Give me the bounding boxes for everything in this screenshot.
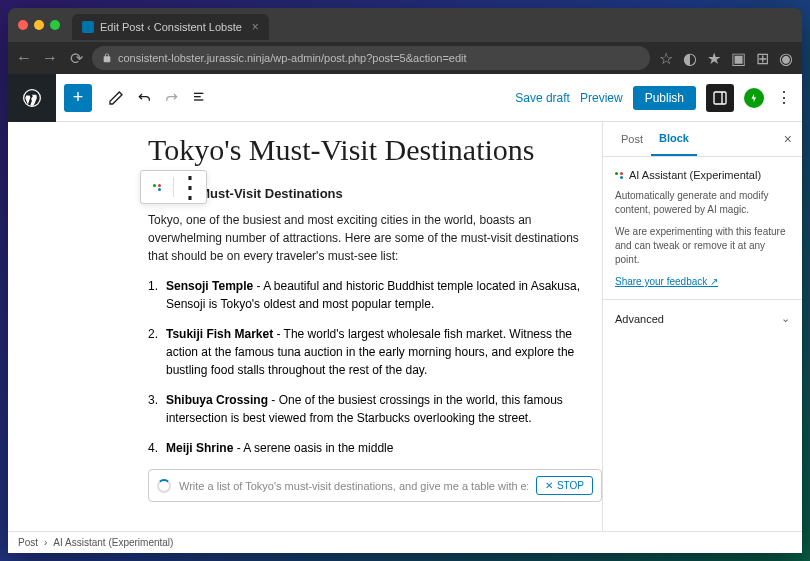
ai-block-icon[interactable] xyxy=(143,173,171,201)
address-bar[interactable]: consistent-lobster.jurassic.ninja/wp-adm… xyxy=(92,46,650,70)
window-controls xyxy=(18,20,60,30)
star-icon[interactable]: ☆ xyxy=(658,50,674,66)
maximize-window-icon[interactable] xyxy=(50,20,60,30)
lock-icon xyxy=(102,53,112,63)
undo-button[interactable] xyxy=(130,84,158,112)
wordpress-logo-button[interactable] xyxy=(8,74,56,122)
extension-icons: ☆ ◐ ★ ▣ ⊞ ◉ xyxy=(658,50,794,66)
document-overview-button[interactable] xyxy=(186,84,214,112)
list-item[interactable]: Tsukiji Fish Market - The world's larges… xyxy=(166,325,602,379)
feedback-link[interactable]: Share your feedback ↗ xyxy=(615,276,718,287)
post-title[interactable]: Tokyo's Must-Visit Destinations ⋮ xyxy=(148,132,602,168)
advanced-accordion[interactable]: Advanced ⌄ xyxy=(603,300,802,337)
block-more-button[interactable]: ⋮ xyxy=(176,173,204,201)
profile-icon[interactable]: ◉ xyxy=(778,50,794,66)
settings-sidebar-button[interactable] xyxy=(706,84,734,112)
svg-rect-3 xyxy=(194,99,203,100)
forward-button[interactable]: → xyxy=(42,50,58,66)
wordpress-favicon-icon xyxy=(82,21,94,33)
svg-rect-4 xyxy=(714,92,726,104)
intro-paragraph[interactable]: Tokyo, one of the busiest and most excit… xyxy=(148,211,602,265)
list-item[interactable]: Meiji Shrine - A serene oasis in the mid… xyxy=(166,439,602,457)
panel-note: We are experimenting with this feature a… xyxy=(615,225,790,267)
preview-button[interactable]: Preview xyxy=(580,91,623,105)
close-icon: ✕ xyxy=(545,480,553,491)
chevron-right-icon: › xyxy=(44,537,47,548)
minimize-window-icon[interactable] xyxy=(34,20,44,30)
page-content: + Save draft Preview Publish xyxy=(8,74,802,553)
svg-rect-1 xyxy=(194,92,203,93)
destinations-list[interactable]: Sensoji Temple - A beautiful and histori… xyxy=(166,277,602,457)
add-block-button[interactable]: + xyxy=(64,84,92,112)
block-toolbar: ⋮ xyxy=(140,170,207,204)
close-tab-icon[interactable]: × xyxy=(252,20,259,34)
redo-button[interactable] xyxy=(158,84,186,112)
jetpack-button[interactable] xyxy=(744,88,764,108)
extension-icon[interactable]: ⊞ xyxy=(754,50,770,66)
list-item[interactable]: Sensoji Temple - A beautiful and histori… xyxy=(166,277,602,313)
tab-post[interactable]: Post xyxy=(613,123,651,155)
editor-top-toolbar: + Save draft Preview Publish xyxy=(8,74,802,122)
breadcrumb-root[interactable]: Post xyxy=(18,537,38,548)
post-title-text: Tokyo's Must-Visit Destinations xyxy=(148,133,535,166)
ai-prompt-bar: ✕ STOP xyxy=(148,469,602,502)
jetpack-icon xyxy=(749,93,759,103)
ai-assistant-icon xyxy=(615,172,623,179)
tab-block[interactable]: Block xyxy=(651,122,697,156)
panel-description: Automatically generate and modify conten… xyxy=(615,189,790,217)
close-window-icon[interactable] xyxy=(18,20,28,30)
sidebar-tabs: Post Block × xyxy=(603,122,802,157)
url-text: consistent-lobster.jurassic.ninja/wp-adm… xyxy=(118,52,467,64)
browser-toolbar: ← → ⟳ consistent-lobster.jurassic.ninja/… xyxy=(8,42,802,74)
loading-spinner-icon xyxy=(157,479,171,493)
svg-rect-2 xyxy=(194,96,201,97)
browser-tabstrip: Edit Post ‹ Consistent Lobste × xyxy=(8,8,802,42)
content-heading[interactable]: Tokyo's Must-Visit Destinations xyxy=(148,186,602,201)
breadcrumb: Post › AI Assistant (Experimental) xyxy=(8,531,802,553)
extension-icon[interactable]: ★ xyxy=(706,50,722,66)
browser-window: Edit Post ‹ Consistent Lobste × ← → ⟳ co… xyxy=(8,8,802,553)
save-draft-button[interactable]: Save draft xyxy=(515,91,570,105)
edit-tool-icon[interactable] xyxy=(102,84,130,112)
extension-icon[interactable]: ◐ xyxy=(682,50,698,66)
panel-title: AI Assistant (Experimental) xyxy=(629,169,761,181)
back-button[interactable]: ← xyxy=(16,50,32,66)
puzzle-icon[interactable]: ▣ xyxy=(730,50,746,66)
wordpress-logo-icon xyxy=(22,88,42,108)
more-options-button[interactable]: ⋮ xyxy=(774,88,794,107)
list-item[interactable]: Shibuya Crossing - One of the busiest cr… xyxy=(166,391,602,427)
browser-tab[interactable]: Edit Post ‹ Consistent Lobste × xyxy=(72,14,269,40)
breadcrumb-current[interactable]: AI Assistant (Experimental) xyxy=(53,537,173,548)
ai-prompt-input[interactable] xyxy=(179,480,528,492)
chevron-down-icon: ⌄ xyxy=(781,312,790,325)
ai-assistant-panel: AI Assistant (Experimental) Automaticall… xyxy=(603,157,802,300)
publish-button[interactable]: Publish xyxy=(633,86,696,110)
settings-sidebar: Post Block × AI Assistant (Experimental)… xyxy=(602,122,802,531)
stop-button[interactable]: ✕ STOP xyxy=(536,476,593,495)
tab-title: Edit Post ‹ Consistent Lobste xyxy=(100,21,242,33)
reload-button[interactable]: ⟳ xyxy=(68,50,84,66)
close-sidebar-button[interactable]: × xyxy=(784,131,792,147)
editor-canvas[interactable]: Tokyo's Must-Visit Destinations ⋮ Tokyo'… xyxy=(8,122,602,531)
